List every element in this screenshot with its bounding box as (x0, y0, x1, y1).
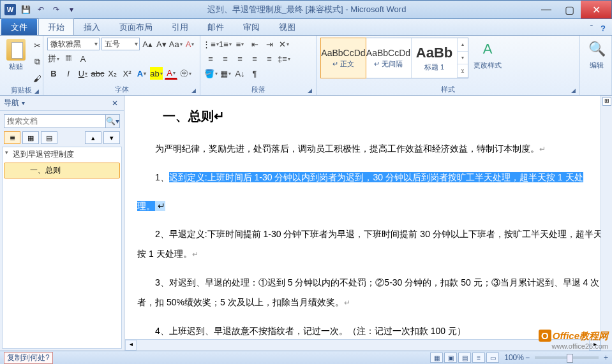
para-launcher[interactable]: ◢ (308, 87, 312, 94)
doc-p2[interactable]: 1、迟到定义:上班时间后 1-30 分钟以内到岗者为迟到，30 分钟以后到岗者按… (137, 168, 606, 187)
inc-indent-button[interactable]: ⇥ (263, 38, 276, 50)
style-nospacing[interactable]: AaBbCcDd ↵ 无间隔 (366, 38, 412, 78)
align-left-button[interactable]: ≡ (204, 52, 217, 65)
style-heading1[interactable]: AaBb 标题 1 (412, 38, 458, 78)
gallery-down[interactable]: ▾ (458, 52, 468, 65)
superscript-button[interactable]: X² (121, 67, 133, 80)
qat-redo[interactable]: ↷ (49, 3, 63, 17)
nav-next[interactable]: ▾ (103, 131, 120, 144)
help-icon[interactable]: ? (601, 24, 606, 33)
text-effect-button[interactable]: A (135, 67, 148, 80)
align-center-button[interactable]: ≡ (219, 52, 232, 65)
format-painter-button[interactable]: 🖌 (31, 72, 43, 85)
copy-button[interactable]: ⧉ (31, 55, 43, 68)
cut-button[interactable]: ✂ (31, 39, 43, 52)
horizontal-scrollbar[interactable]: ◂ ▸ (125, 339, 601, 351)
font-family-combo[interactable]: 微软雅黑 (47, 38, 100, 50)
tab-view[interactable]: 视图 (269, 18, 305, 35)
underline-button[interactable]: U (77, 67, 89, 80)
vertical-scrollbar[interactable]: ⊞ (601, 96, 612, 351)
align-justify-button[interactable]: ≡ (248, 52, 261, 65)
tab-mailings[interactable]: 邮件 (198, 18, 234, 35)
subscript-button[interactable]: X₂ (106, 67, 119, 80)
style-normal[interactable]: AaBbCcDd ↵ 正文 (320, 38, 366, 78)
doc-p4[interactable]: 3、对迟到、早退的处理：①迟到 5 分钟以内的不处罚；②5-30 分钟的，扣款 … (137, 273, 606, 312)
tab-layout[interactable]: 页面布局 (110, 18, 162, 35)
clear-format-button[interactable]: A (184, 38, 196, 50)
zoom-level[interactable]: 100% (504, 353, 524, 362)
view-fullscreen[interactable]: ▣ (444, 353, 457, 363)
numbering-button[interactable]: 1≡ (219, 38, 232, 50)
tree-child-1[interactable]: 一、总则 (4, 163, 120, 178)
grow-font-button[interactable]: A▴ (142, 38, 154, 50)
ruler-toggle[interactable]: ⊞ (602, 97, 611, 106)
tab-file[interactable]: 文件 (1, 18, 37, 35)
view-web[interactable]: ▤ (458, 353, 471, 363)
close-button[interactable]: ✕ (581, 1, 611, 18)
nav-tab-pages[interactable]: ▦ (22, 131, 39, 144)
phonetic-button[interactable]: 拼 (47, 52, 60, 65)
nav-search-input[interactable] (4, 114, 105, 128)
qat-save[interactable]: 💾 (19, 3, 33, 17)
tab-insert[interactable]: 插入 (74, 18, 110, 35)
ribbon-minimize-icon[interactable]: ˆ (590, 24, 593, 33)
bullets-button[interactable]: ⋮≡ (204, 38, 217, 50)
view-outline[interactable]: ≡ (472, 353, 485, 363)
line-spacing-button[interactable]: ‡≡ (278, 52, 290, 65)
nav-dropdown[interactable]: ▾ (22, 99, 25, 106)
align-right-button[interactable]: ≡ (234, 52, 246, 65)
zoom-slider[interactable] (535, 356, 599, 359)
distribute-button[interactable]: ≡ (263, 52, 276, 65)
font-size-combo[interactable]: 五号 (101, 38, 140, 50)
paste-button[interactable]: 粘贴 (4, 38, 28, 73)
nav-close[interactable]: ✕ (110, 99, 120, 108)
shading-button[interactable]: 🪣 (204, 67, 217, 80)
styles-gallery[interactable]: AaBbCcDd ↵ 正文 AaBbCcDd ↵ 无间隔 AaBb 标题 1 ▴… (320, 38, 468, 78)
clipboard-launcher[interactable]: ◢ (34, 88, 39, 94)
gallery-more[interactable]: ⊻ (458, 64, 468, 78)
dec-indent-button[interactable]: ⇤ (248, 38, 261, 50)
nav-tab-results[interactable]: ▤ (41, 131, 57, 144)
maximize-button[interactable]: ▢ (558, 1, 581, 18)
border-button[interactable]: 𝄜 (62, 52, 75, 65)
styles-launcher[interactable]: ◢ (571, 87, 576, 94)
editing-button[interactable]: 🔍 编辑 (584, 38, 609, 71)
hscroll-right[interactable]: ▸ (589, 340, 601, 351)
view-print-layout[interactable]: ▦ (430, 353, 443, 363)
multilevel-button[interactable]: ≡ (234, 38, 246, 50)
nav-tab-headings[interactable]: ≣ (4, 131, 20, 144)
doc-p3[interactable]: 2、早退定义:下班时间提前 1-30 分钟下班者为早退，下班时间提前 30 分钟… (137, 224, 606, 264)
hscroll-left[interactable]: ◂ (125, 340, 137, 351)
tab-home[interactable]: 开始 (38, 18, 74, 35)
doc-heading[interactable]: 一、总则↵ (137, 102, 606, 130)
enclose-button[interactable]: ㊥ (179, 67, 192, 80)
view-draft[interactable]: ▭ (486, 353, 499, 363)
document-area[interactable]: 一、总则↵ 为严明纪律，奖励先进，处罚落后，调动员工积极性，提高工作效益和经济效… (124, 96, 612, 351)
tab-references[interactable]: 引用 (162, 18, 198, 35)
qat-undo[interactable]: ↶ (34, 3, 48, 17)
highlight-button[interactable]: ab (150, 67, 163, 80)
doc-p5[interactable]: 4、上班迟到、早退故意不按指纹者，记过一次。（注：记过一次扣款 100 元） (137, 321, 606, 341)
font-launcher[interactable]: ◢ (191, 87, 196, 94)
zoom-in[interactable]: + (604, 353, 608, 362)
minimize-button[interactable]: — (535, 1, 558, 18)
borders-button[interactable]: ▦ (219, 67, 232, 80)
doc-p1[interactable]: 为严明纪律，奖励先进，处罚落后，调动员工积极性，提高工作效益和经济效益，特制订本… (137, 139, 606, 159)
nav-prev[interactable]: ▴ (85, 131, 101, 144)
font-color-button[interactable]: A (165, 67, 177, 80)
page-content[interactable]: 一、总则↵ 为严明纪律，奖励先进，处罚落后，调动员工积极性，提高工作效益和经济效… (124, 96, 612, 351)
zoom-out[interactable]: − (525, 353, 530, 362)
italic-button[interactable]: I (62, 67, 75, 80)
shrink-font-button[interactable]: A▾ (155, 38, 167, 50)
asian-layout-button[interactable]: ✕ (278, 38, 290, 50)
tab-review[interactable]: 审阅 (234, 18, 269, 35)
show-marks-button[interactable]: ¶ (248, 67, 261, 80)
selected-text[interactable]: 迟到定义:上班时间后 1-30 分钟以内到岗者为迟到，30 分钟以后到岗者按旷工… (169, 172, 583, 182)
gallery-up[interactable]: ▴ (458, 38, 468, 52)
tree-root[interactable]: 迟到早退管理制度 (3, 147, 121, 162)
nav-search-button[interactable]: 🔍▾ (105, 114, 120, 128)
strike-button[interactable]: abc (91, 67, 104, 80)
char-shading-button[interactable]: A (77, 52, 89, 65)
qat-more[interactable]: ▾ (64, 3, 78, 17)
bold-button[interactable]: B (47, 67, 60, 80)
